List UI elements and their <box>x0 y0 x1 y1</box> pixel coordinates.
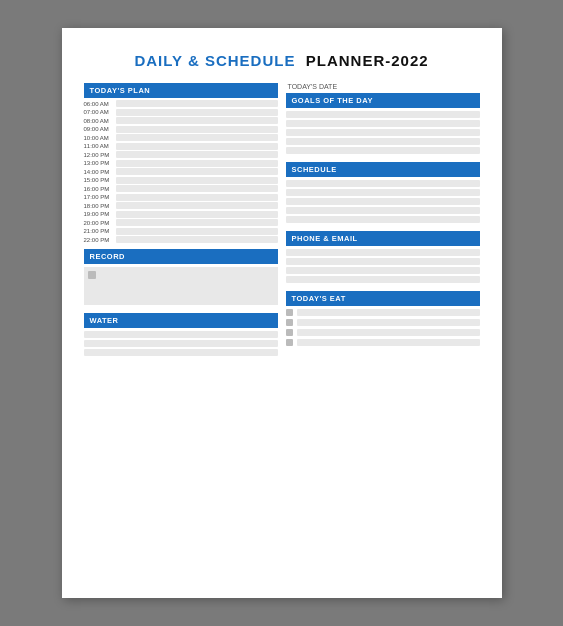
record-header: RECORD <box>84 249 278 264</box>
goals-header: GOALS OF THE DAY <box>286 93 480 108</box>
time-label: 07:00 AM <box>84 109 116 115</box>
time-label: 11:00 AM <box>84 143 116 149</box>
time-entry-line <box>116 126 278 133</box>
main-grid: TODAY'S PLAN 06:00 AM07:00 AM08:00 AM09:… <box>84 83 480 358</box>
time-label: 08:00 AM <box>84 118 116 124</box>
goals-line <box>286 111 480 118</box>
time-entry-line <box>116 134 278 141</box>
time-label: 09:00 AM <box>84 126 116 132</box>
record-section: RECORD <box>84 249 278 305</box>
goals-line <box>286 129 480 136</box>
time-row: 16:00 PM <box>84 185 278 192</box>
left-column: TODAY'S PLAN 06:00 AM07:00 AM08:00 AM09:… <box>84 83 278 358</box>
eat-checkbox-icon <box>286 339 293 346</box>
time-entry-line <box>116 151 278 158</box>
time-label: 10:00 AM <box>84 135 116 141</box>
water-line <box>84 349 278 356</box>
eat-entry-line <box>297 319 480 326</box>
time-label: 17:00 PM <box>84 194 116 200</box>
time-label: 13:00 PM <box>84 160 116 166</box>
goals-line <box>286 138 480 145</box>
water-line <box>84 331 278 338</box>
time-label: 21:00 PM <box>84 228 116 234</box>
time-entry-line <box>116 109 278 116</box>
time-label: 18:00 PM <box>84 203 116 209</box>
time-entry-line <box>116 219 278 226</box>
eat-entry-line <box>297 339 480 346</box>
schedule-lines <box>286 180 480 223</box>
eat-row <box>286 339 480 346</box>
record-box[interactable] <box>84 267 278 305</box>
title-part2: PLANNER-2022 <box>306 52 429 69</box>
time-entry-line <box>116 211 278 218</box>
water-line <box>84 340 278 347</box>
time-label: 19:00 PM <box>84 211 116 217</box>
time-row: 11:00 AM <box>84 143 278 150</box>
time-row: 06:00 AM <box>84 100 278 107</box>
time-row: 18:00 PM <box>84 202 278 209</box>
todays-date-label: TODAY'S DATE <box>286 83 480 90</box>
phone-lines <box>286 249 480 283</box>
phone-line <box>286 276 480 283</box>
phone-line <box>286 267 480 274</box>
schedule-section: SCHEDULE <box>286 162 480 223</box>
eat-row <box>286 319 480 326</box>
eat-header: TODAY'S EAT <box>286 291 480 306</box>
time-row: 19:00 PM <box>84 211 278 218</box>
phone-line <box>286 249 480 256</box>
time-entry-line <box>116 143 278 150</box>
time-row: 22:00 PM <box>84 236 278 243</box>
goals-section: GOALS OF THE DAY <box>286 93 480 154</box>
time-entry-line <box>116 194 278 201</box>
time-row: 12:00 PM <box>84 151 278 158</box>
time-row: 10:00 AM <box>84 134 278 141</box>
goals-line <box>286 120 480 127</box>
time-label: 12:00 PM <box>84 152 116 158</box>
time-entry-line <box>116 100 278 107</box>
eat-checkbox-icon <box>286 329 293 336</box>
water-lines <box>84 331 278 356</box>
time-rows: 06:00 AM07:00 AM08:00 AM09:00 AM10:00 AM… <box>84 100 278 243</box>
eat-row <box>286 329 480 336</box>
time-row: 09:00 AM <box>84 126 278 133</box>
goals-lines <box>286 111 480 154</box>
schedule-line <box>286 189 480 196</box>
water-section: WATER <box>84 313 278 356</box>
time-row: 14:00 PM <box>84 168 278 175</box>
time-entry-line <box>116 236 278 243</box>
eat-rows <box>286 309 480 346</box>
time-entry-line <box>116 117 278 124</box>
time-label: 15:00 PM <box>84 177 116 183</box>
record-icon <box>88 271 96 279</box>
time-entry-line <box>116 160 278 167</box>
time-entry-line <box>116 168 278 175</box>
schedule-line <box>286 198 480 205</box>
eat-row <box>286 309 480 316</box>
schedule-header: SCHEDULE <box>286 162 480 177</box>
eat-checkbox-icon <box>286 319 293 326</box>
time-entry-line <box>116 177 278 184</box>
time-label: 22:00 PM <box>84 237 116 243</box>
phone-header: PHONE & EMAIL <box>286 231 480 246</box>
time-row: 07:00 AM <box>84 109 278 116</box>
eat-checkbox-icon <box>286 309 293 316</box>
schedule-line <box>286 180 480 187</box>
time-entry-line <box>116 185 278 192</box>
time-entry-line <box>116 228 278 235</box>
eat-section: TODAY'S EAT <box>286 291 480 346</box>
right-column: TODAY'S DATE GOALS OF THE DAY SCHEDULE <box>286 83 480 358</box>
eat-entry-line <box>297 309 480 316</box>
planner-page: DAILY & SCHEDULE PLANNER-2022 TODAY'S PL… <box>62 28 502 598</box>
water-header: WATER <box>84 313 278 328</box>
goals-line <box>286 147 480 154</box>
schedule-line <box>286 216 480 223</box>
time-row: 17:00 PM <box>84 194 278 201</box>
phone-line <box>286 258 480 265</box>
time-label: 14:00 PM <box>84 169 116 175</box>
time-row: 20:00 PM <box>84 219 278 226</box>
time-row: 15:00 PM <box>84 177 278 184</box>
time-row: 13:00 PM <box>84 160 278 167</box>
phone-section: PHONE & EMAIL <box>286 231 480 283</box>
time-label: 16:00 PM <box>84 186 116 192</box>
title-part1: DAILY & SCHEDULE <box>134 52 295 69</box>
